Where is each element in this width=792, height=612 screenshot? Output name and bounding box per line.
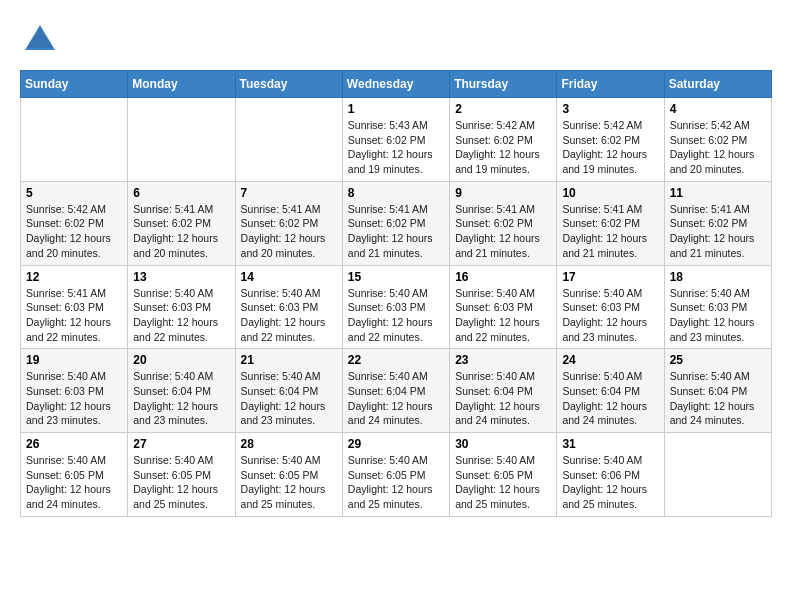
day-number: 15 <box>348 270 444 284</box>
day-info: Sunrise: 5:40 AM Sunset: 6:03 PM Dayligh… <box>670 286 766 345</box>
day-info: Sunrise: 5:40 AM Sunset: 6:05 PM Dayligh… <box>241 453 337 512</box>
calendar-cell: 4Sunrise: 5:42 AM Sunset: 6:02 PM Daylig… <box>664 98 771 182</box>
calendar-cell: 16Sunrise: 5:40 AM Sunset: 6:03 PM Dayli… <box>450 265 557 349</box>
day-number: 18 <box>670 270 766 284</box>
day-info: Sunrise: 5:40 AM Sunset: 6:05 PM Dayligh… <box>26 453 122 512</box>
day-info: Sunrise: 5:40 AM Sunset: 6:03 PM Dayligh… <box>133 286 229 345</box>
day-info: Sunrise: 5:40 AM Sunset: 6:03 PM Dayligh… <box>241 286 337 345</box>
day-info: Sunrise: 5:40 AM Sunset: 6:03 PM Dayligh… <box>348 286 444 345</box>
day-info: Sunrise: 5:40 AM Sunset: 6:04 PM Dayligh… <box>455 369 551 428</box>
logo-icon <box>20 20 60 60</box>
calendar-week-row: 26Sunrise: 5:40 AM Sunset: 6:05 PM Dayli… <box>21 433 772 517</box>
day-number: 30 <box>455 437 551 451</box>
weekday-header: Wednesday <box>342 71 449 98</box>
calendar-cell: 17Sunrise: 5:40 AM Sunset: 6:03 PM Dayli… <box>557 265 664 349</box>
day-number: 16 <box>455 270 551 284</box>
day-number: 7 <box>241 186 337 200</box>
page-header <box>20 20 772 60</box>
day-number: 25 <box>670 353 766 367</box>
day-info: Sunrise: 5:41 AM Sunset: 6:02 PM Dayligh… <box>133 202 229 261</box>
day-number: 19 <box>26 353 122 367</box>
calendar-cell: 15Sunrise: 5:40 AM Sunset: 6:03 PM Dayli… <box>342 265 449 349</box>
day-number: 4 <box>670 102 766 116</box>
calendar-cell: 21Sunrise: 5:40 AM Sunset: 6:04 PM Dayli… <box>235 349 342 433</box>
calendar-cell: 10Sunrise: 5:41 AM Sunset: 6:02 PM Dayli… <box>557 181 664 265</box>
day-info: Sunrise: 5:40 AM Sunset: 6:03 PM Dayligh… <box>26 369 122 428</box>
calendar-cell: 26Sunrise: 5:40 AM Sunset: 6:05 PM Dayli… <box>21 433 128 517</box>
day-number: 12 <box>26 270 122 284</box>
calendar-cell <box>664 433 771 517</box>
day-info: Sunrise: 5:40 AM Sunset: 6:05 PM Dayligh… <box>455 453 551 512</box>
day-info: Sunrise: 5:40 AM Sunset: 6:04 PM Dayligh… <box>562 369 658 428</box>
day-number: 20 <box>133 353 229 367</box>
day-info: Sunrise: 5:41 AM Sunset: 6:02 PM Dayligh… <box>670 202 766 261</box>
weekday-header: Thursday <box>450 71 557 98</box>
day-number: 23 <box>455 353 551 367</box>
day-number: 22 <box>348 353 444 367</box>
day-number: 1 <box>348 102 444 116</box>
calendar-week-row: 1Sunrise: 5:43 AM Sunset: 6:02 PM Daylig… <box>21 98 772 182</box>
day-number: 31 <box>562 437 658 451</box>
day-number: 5 <box>26 186 122 200</box>
calendar-cell: 7Sunrise: 5:41 AM Sunset: 6:02 PM Daylig… <box>235 181 342 265</box>
calendar-cell: 19Sunrise: 5:40 AM Sunset: 6:03 PM Dayli… <box>21 349 128 433</box>
calendar-cell: 24Sunrise: 5:40 AM Sunset: 6:04 PM Dayli… <box>557 349 664 433</box>
calendar-cell <box>128 98 235 182</box>
calendar-cell: 13Sunrise: 5:40 AM Sunset: 6:03 PM Dayli… <box>128 265 235 349</box>
day-number: 29 <box>348 437 444 451</box>
day-info: Sunrise: 5:41 AM Sunset: 6:02 PM Dayligh… <box>241 202 337 261</box>
calendar-cell: 18Sunrise: 5:40 AM Sunset: 6:03 PM Dayli… <box>664 265 771 349</box>
calendar-cell: 11Sunrise: 5:41 AM Sunset: 6:02 PM Dayli… <box>664 181 771 265</box>
calendar-table: SundayMondayTuesdayWednesdayThursdayFrid… <box>20 70 772 517</box>
calendar-cell: 6Sunrise: 5:41 AM Sunset: 6:02 PM Daylig… <box>128 181 235 265</box>
calendar-cell: 28Sunrise: 5:40 AM Sunset: 6:05 PM Dayli… <box>235 433 342 517</box>
day-number: 27 <box>133 437 229 451</box>
calendar-cell: 30Sunrise: 5:40 AM Sunset: 6:05 PM Dayli… <box>450 433 557 517</box>
calendar-cell: 2Sunrise: 5:42 AM Sunset: 6:02 PM Daylig… <box>450 98 557 182</box>
calendar-cell: 29Sunrise: 5:40 AM Sunset: 6:05 PM Dayli… <box>342 433 449 517</box>
calendar-week-row: 19Sunrise: 5:40 AM Sunset: 6:03 PM Dayli… <box>21 349 772 433</box>
calendar-cell: 1Sunrise: 5:43 AM Sunset: 6:02 PM Daylig… <box>342 98 449 182</box>
weekday-header: Saturday <box>664 71 771 98</box>
day-number: 21 <box>241 353 337 367</box>
calendar-cell: 31Sunrise: 5:40 AM Sunset: 6:06 PM Dayli… <box>557 433 664 517</box>
calendar-cell: 27Sunrise: 5:40 AM Sunset: 6:05 PM Dayli… <box>128 433 235 517</box>
weekday-header: Monday <box>128 71 235 98</box>
day-info: Sunrise: 5:42 AM Sunset: 6:02 PM Dayligh… <box>562 118 658 177</box>
day-number: 13 <box>133 270 229 284</box>
weekday-header: Sunday <box>21 71 128 98</box>
day-info: Sunrise: 5:40 AM Sunset: 6:05 PM Dayligh… <box>348 453 444 512</box>
calendar-week-row: 5Sunrise: 5:42 AM Sunset: 6:02 PM Daylig… <box>21 181 772 265</box>
day-number: 17 <box>562 270 658 284</box>
day-info: Sunrise: 5:40 AM Sunset: 6:04 PM Dayligh… <box>670 369 766 428</box>
calendar-header-row: SundayMondayTuesdayWednesdayThursdayFrid… <box>21 71 772 98</box>
day-info: Sunrise: 5:40 AM Sunset: 6:06 PM Dayligh… <box>562 453 658 512</box>
weekday-header: Friday <box>557 71 664 98</box>
day-info: Sunrise: 5:42 AM Sunset: 6:02 PM Dayligh… <box>670 118 766 177</box>
day-info: Sunrise: 5:40 AM Sunset: 6:03 PM Dayligh… <box>562 286 658 345</box>
day-number: 28 <box>241 437 337 451</box>
calendar-cell <box>235 98 342 182</box>
calendar-cell: 25Sunrise: 5:40 AM Sunset: 6:04 PM Dayli… <box>664 349 771 433</box>
day-info: Sunrise: 5:40 AM Sunset: 6:05 PM Dayligh… <box>133 453 229 512</box>
day-number: 3 <box>562 102 658 116</box>
day-number: 24 <box>562 353 658 367</box>
day-info: Sunrise: 5:40 AM Sunset: 6:04 PM Dayligh… <box>241 369 337 428</box>
day-info: Sunrise: 5:41 AM Sunset: 6:02 PM Dayligh… <box>562 202 658 261</box>
calendar-cell: 23Sunrise: 5:40 AM Sunset: 6:04 PM Dayli… <box>450 349 557 433</box>
logo <box>20 20 65 60</box>
day-number: 26 <box>26 437 122 451</box>
day-info: Sunrise: 5:41 AM Sunset: 6:02 PM Dayligh… <box>455 202 551 261</box>
day-info: Sunrise: 5:42 AM Sunset: 6:02 PM Dayligh… <box>26 202 122 261</box>
calendar-cell <box>21 98 128 182</box>
calendar-week-row: 12Sunrise: 5:41 AM Sunset: 6:03 PM Dayli… <box>21 265 772 349</box>
calendar-cell: 9Sunrise: 5:41 AM Sunset: 6:02 PM Daylig… <box>450 181 557 265</box>
day-info: Sunrise: 5:40 AM Sunset: 6:04 PM Dayligh… <box>348 369 444 428</box>
calendar-cell: 5Sunrise: 5:42 AM Sunset: 6:02 PM Daylig… <box>21 181 128 265</box>
calendar-cell: 12Sunrise: 5:41 AM Sunset: 6:03 PM Dayli… <box>21 265 128 349</box>
day-info: Sunrise: 5:41 AM Sunset: 6:02 PM Dayligh… <box>348 202 444 261</box>
calendar-cell: 3Sunrise: 5:42 AM Sunset: 6:02 PM Daylig… <box>557 98 664 182</box>
day-info: Sunrise: 5:41 AM Sunset: 6:03 PM Dayligh… <box>26 286 122 345</box>
svg-marker-1 <box>27 28 53 48</box>
day-info: Sunrise: 5:40 AM Sunset: 6:03 PM Dayligh… <box>455 286 551 345</box>
